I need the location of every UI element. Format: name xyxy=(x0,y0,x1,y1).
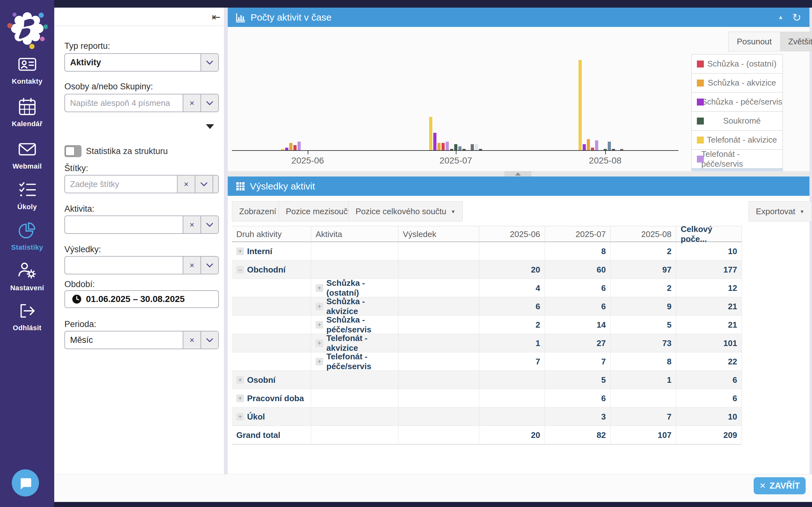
column-header-4[interactable]: 2025-06 xyxy=(479,226,545,242)
chevron-down-icon[interactable] xyxy=(200,257,218,274)
bar-series-12[interactable] xyxy=(479,149,482,150)
bar-Schůzka - akvizice[interactable] xyxy=(438,143,441,150)
bar-series-8[interactable] xyxy=(462,149,466,150)
activity-field[interactable] xyxy=(65,216,183,233)
bar-Soukromé[interactable] xyxy=(604,149,607,150)
tags-field[interactable] xyxy=(65,176,177,193)
search-icon[interactable] xyxy=(212,176,219,193)
bar-series-11[interactable] xyxy=(475,144,478,151)
expand-icon[interactable]: + xyxy=(316,284,323,292)
collapse-filter-panel-icon[interactable]: ⇤ xyxy=(212,12,220,22)
expand-icon[interactable]: + xyxy=(236,376,244,384)
legend-item[interactable]: Schůzka - péče/servis xyxy=(692,93,782,112)
results-field[interactable] xyxy=(65,257,183,274)
clear-icon[interactable]: × xyxy=(183,216,200,233)
expand-icon[interactable]: + xyxy=(236,247,244,255)
clear-icon[interactable]: × xyxy=(183,95,200,112)
column-header-7[interactable]: Celkový poče... xyxy=(676,226,742,242)
bar-Schůzka - (ostatní)[interactable] xyxy=(442,143,445,150)
chevron-down-icon[interactable] xyxy=(200,95,218,112)
bar-Telefonát - péče/servis[interactable] xyxy=(298,142,301,150)
bar-Telefonát - péče/servis[interactable] xyxy=(595,140,598,150)
bar-Telefonát - péče/servis[interactable] xyxy=(446,142,449,150)
column-header-2[interactable]: Aktivita xyxy=(311,226,398,242)
table-row[interactable]: +Schůzka - akvizice66921 xyxy=(232,297,742,316)
clear-icon[interactable]: × xyxy=(183,257,200,274)
export-dropdown-button[interactable]: Exportovat▼ xyxy=(749,201,812,222)
table-row[interactable]: +Interní8210 xyxy=(232,242,742,261)
bar-series-7[interactable] xyxy=(608,142,611,150)
legend-scrollbar[interactable] xyxy=(692,169,782,171)
sidebar-item-webmail[interactable]: Webmail xyxy=(0,139,54,170)
sidebar-item-statistiky[interactable]: Statistiky xyxy=(0,221,54,251)
clear-icon[interactable]: × xyxy=(177,176,195,193)
legend-item[interactable]: Schůzka - akvizice xyxy=(692,73,782,93)
bar-Schůzka - (ostatní)[interactable] xyxy=(591,148,594,150)
table-row[interactable]: +Schůzka - péče/servis214521 xyxy=(232,316,742,334)
bar-series-5[interactable] xyxy=(450,149,453,150)
sidebar-item-kontakty[interactable]: Kontakty xyxy=(0,55,54,86)
column-header-1[interactable]: Druh aktivity xyxy=(232,226,311,242)
bar-Telefonát - akvizice[interactable] xyxy=(429,117,432,150)
sidebar-item-nastaveni[interactable]: Nastavení xyxy=(0,261,54,292)
expand-more-filters-icon[interactable] xyxy=(206,124,214,129)
chevron-down-icon[interactable] xyxy=(195,176,212,193)
sidebar-item-odhlasit[interactable]: Odhlásit xyxy=(0,301,54,332)
table-row[interactable]: +Osobní516 xyxy=(232,371,742,389)
chevron-down-icon[interactable] xyxy=(200,331,218,349)
chevron-down-icon[interactable] xyxy=(200,216,218,233)
bar-Schůzka - akvizice[interactable] xyxy=(587,139,590,150)
activity-input[interactable]: × xyxy=(64,216,219,234)
collapse-icon[interactable]: – xyxy=(236,266,244,274)
collapse-panel-icon[interactable]: ▲ xyxy=(778,14,783,20)
clear-icon[interactable]: × xyxy=(183,331,200,349)
expand-icon[interactable]: + xyxy=(316,358,323,365)
bar-series-8[interactable] xyxy=(612,149,615,150)
panel-splitter[interactable] xyxy=(228,171,809,176)
bar-Schůzka - péče/servis[interactable] xyxy=(583,144,586,151)
table-row[interactable]: Grand total2082107209 xyxy=(232,426,742,444)
grandtotal-position-dropdown-button[interactable]: Pozice celkového součtu▼ xyxy=(348,201,463,222)
structure-statistics-toggle[interactable] xyxy=(64,145,82,157)
bar-Telefonát - akvizice[interactable] xyxy=(281,149,284,150)
expand-icon[interactable]: + xyxy=(316,302,323,310)
sidebar-item-kalendar[interactable]: Kalendář xyxy=(0,97,54,128)
bar-series-10[interactable] xyxy=(471,144,474,151)
bar-Soukromé[interactable] xyxy=(454,144,457,151)
table-row[interactable]: –Obchodní206097177 xyxy=(232,261,742,279)
column-header-6[interactable]: 2025-08 xyxy=(611,226,676,242)
bar-series-9[interactable] xyxy=(467,149,470,150)
date-range-button[interactable]: 01.06.2025 – 30.08.2025 xyxy=(64,290,219,308)
sidebar-item-ukoly[interactable]: Úkoly xyxy=(0,180,54,211)
table-row[interactable]: +Telefonát - péče/servis77822 xyxy=(232,352,742,371)
legend-item[interactable]: Soukromé xyxy=(692,112,782,130)
column-header-3[interactable]: Výsledek xyxy=(398,226,479,242)
report-type-select[interactable]: Aktivity xyxy=(64,53,219,72)
bar-Schůzka - péče/servis[interactable] xyxy=(433,133,437,150)
splitter-handle[interactable] xyxy=(504,171,531,176)
chevron-down-icon[interactable] xyxy=(200,54,218,71)
bar-Schůzka - akvizice[interactable] xyxy=(289,143,293,150)
legend-item[interactable]: Telefonát - péče/servis xyxy=(692,150,782,169)
column-header-5[interactable]: 2025-07 xyxy=(545,226,611,242)
perioda-select[interactable]: Měsíc × xyxy=(64,331,219,349)
close-button[interactable]: ✕ ZAVŘÍT xyxy=(754,477,806,494)
expand-icon[interactable]: + xyxy=(236,395,244,402)
legend-item[interactable]: Schůzka - (ostatní) xyxy=(692,55,782,73)
expand-icon[interactable]: + xyxy=(316,339,323,347)
people-groups-field[interactable] xyxy=(65,95,183,112)
legend-item[interactable]: Telefonát - akvizice xyxy=(692,130,782,150)
refresh-icon[interactable]: ↻ xyxy=(792,12,802,23)
people-groups-input[interactable]: × xyxy=(64,94,219,112)
bar-Schůzka - (ostatní)[interactable] xyxy=(293,145,297,150)
results-input[interactable]: × xyxy=(64,256,219,274)
table-row[interactable]: +Telefonát - akvizice12773101 xyxy=(232,334,742,352)
bar-series-7[interactable] xyxy=(458,147,461,150)
bar-series-10[interactable] xyxy=(620,149,623,150)
expand-icon[interactable]: + xyxy=(316,321,323,329)
tags-input[interactable]: × xyxy=(64,175,219,193)
chat-button[interactable] xyxy=(12,469,39,497)
table-row[interactable]: +Pracovní doba66 xyxy=(232,389,742,407)
bar-Telefonát - akvizice[interactable] xyxy=(578,60,582,150)
bar-Schůzka - péče/servis[interactable] xyxy=(285,148,288,150)
